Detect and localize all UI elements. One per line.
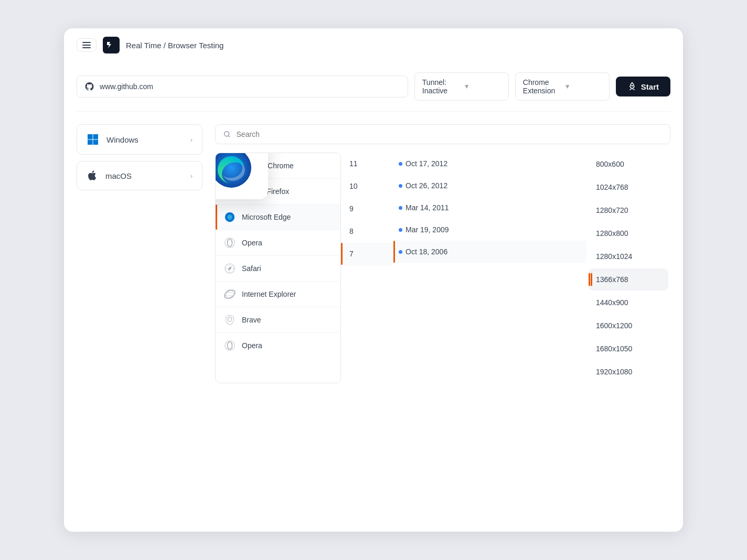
os-item-macos[interactable]: macOS › (77, 161, 202, 190)
resolution-1920x1080[interactable]: 1920x1080 (589, 361, 668, 383)
svg-point-19 (227, 239, 232, 247)
resolution-value: 1366x768 (596, 275, 628, 284)
version-num: 7 (349, 250, 354, 258)
version-num: 10 (349, 182, 358, 190)
svg-rect-7 (88, 140, 93, 145)
search-input[interactable] (237, 130, 663, 138)
versions-panel: 11 10 9 8 7 (341, 153, 670, 383)
browser-item-opera1[interactable]: Opera (216, 230, 340, 256)
ie-label: Internet Explorer (242, 290, 296, 298)
hamburger-button[interactable] (77, 38, 97, 52)
date-dot (399, 206, 402, 210)
browser-item-opera2[interactable]: Opera (216, 333, 340, 358)
resolution-1680x1050[interactable]: 1680x1050 (589, 338, 668, 360)
resolution-1024x768[interactable]: 1024x768 (589, 176, 668, 198)
opera-icon (224, 237, 236, 249)
browser-item-brave[interactable]: Brave (216, 307, 340, 333)
tunnel-label: Tunnel: Inactive (422, 78, 460, 95)
safari-label: Safari (242, 264, 261, 273)
brave-label: Brave (242, 316, 261, 324)
version-num: 9 (349, 204, 354, 213)
version-date-10[interactable]: Oct 26, 2012 (393, 175, 586, 197)
resolution-value: 1920x1080 (596, 368, 632, 376)
os-sidebar: Windows › macOS › (77, 124, 202, 383)
resolutions-panel: 800x600 1024x768 1280x720 1280x800 1280x (586, 153, 670, 383)
tunnel-chevron-icon: ▼ (464, 83, 501, 90)
version-numbers-col: 11 10 9 8 7 (341, 153, 393, 383)
date-dot (399, 250, 402, 254)
version-date-8[interactable]: Mar 19, 2009 (393, 219, 586, 241)
browsers-versions: Google Chrome 🦊 Mozilla Firefox (215, 153, 670, 383)
header-title: Real Time / Browser Testing (126, 41, 223, 50)
resolution-value: 800x600 (596, 160, 624, 168)
svg-point-30 (225, 341, 234, 350)
extension-chevron-icon: ▼ (564, 83, 602, 90)
svg-rect-2 (82, 47, 91, 48)
main-card: Real Time / Browser Testing Tunnel: Inac… (64, 28, 683, 532)
extension-select[interactable]: Chrome Extension ▼ (515, 72, 610, 101)
svg-point-18 (225, 238, 234, 247)
windows-label: Windows (106, 135, 183, 144)
url-input-wrap (77, 76, 408, 98)
version-date: Mar 14, 2011 (405, 203, 449, 212)
edge-label: Microsoft Edge (242, 213, 291, 221)
start-button[interactable]: Start (616, 77, 670, 96)
edge-icon (224, 211, 236, 223)
version-date-7[interactable]: Oct 18, 2006 (393, 241, 586, 263)
apple-icon (87, 170, 98, 181)
macos-chevron-icon: › (190, 172, 193, 180)
svg-point-9 (225, 132, 229, 136)
version-item-9[interactable]: 9 (341, 198, 393, 220)
resolution-value: 1680x1050 (596, 344, 632, 353)
date-dot (399, 228, 402, 232)
opera1-label: Opera (242, 239, 262, 247)
opera2-label: Opera (242, 341, 262, 350)
version-num: 11 (349, 159, 358, 168)
url-input[interactable] (100, 82, 400, 91)
edge-popup-icon (215, 153, 252, 189)
browser-list: Google Chrome 🦊 Mozilla Firefox (215, 153, 341, 383)
edge-popup (215, 153, 268, 199)
svg-rect-3 (103, 37, 120, 53)
browser-item-edge[interactable]: Microsoft Edge (216, 204, 340, 230)
browser-item-ie[interactable]: Internet Explorer (216, 282, 340, 307)
os-item-windows[interactable]: Windows › (77, 124, 202, 155)
version-item-7[interactable]: 7 (341, 243, 393, 265)
resolution-1280x1024[interactable]: 1280x1024 (589, 245, 668, 267)
resolution-value: 1440x900 (596, 298, 628, 307)
resolution-value: 1280x720 (596, 206, 628, 214)
resolution-800x600[interactable]: 800x600 (589, 153, 668, 175)
toolbar: Tunnel: Inactive ▼ Chrome Extension ▼ St… (64, 62, 683, 111)
version-date-11[interactable]: Oct 17, 2012 (393, 153, 586, 175)
version-dates-col: Oct 17, 2012 Oct 26, 2012 Mar 14, 2011 (393, 153, 586, 383)
windows-icon (87, 133, 99, 146)
svg-rect-0 (82, 42, 91, 43)
version-item-11[interactable]: 11 (341, 153, 393, 175)
tunnel-select[interactable]: Tunnel: Inactive ▼ (414, 72, 509, 101)
resolution-value: 1280x1024 (596, 252, 632, 261)
svg-rect-6 (93, 134, 99, 139)
resolution-1600x1200[interactable]: 1600x1200 (589, 315, 668, 337)
resolution-value: 1280x800 (596, 229, 628, 238)
opera2-icon (224, 340, 236, 351)
app-logo-icon (103, 37, 120, 53)
resolution-1280x800[interactable]: 1280x800 (589, 222, 668, 244)
version-item-10[interactable]: 10 (341, 175, 393, 198)
extension-label: Chrome Extension (523, 78, 560, 95)
version-date: Oct 18, 2006 (405, 247, 447, 256)
resolution-1280x720[interactable]: 1280x720 (589, 199, 668, 221)
resolution-1366x768[interactable]: 1366x768 (589, 268, 668, 290)
version-item-8[interactable]: 8 (341, 220, 393, 243)
resolution-1440x900[interactable]: 1440x900 (589, 292, 668, 314)
browser-item-safari[interactable]: Safari (216, 256, 340, 282)
svg-rect-8 (93, 140, 99, 145)
brave-icon (224, 314, 236, 326)
safari-icon (224, 263, 236, 274)
date-dot (399, 162, 402, 166)
version-date: Mar 19, 2009 (405, 225, 449, 234)
resolution-value: 1024x768 (596, 183, 628, 191)
rocket-icon (627, 82, 637, 91)
version-date-9[interactable]: Mar 14, 2011 (393, 197, 586, 219)
svg-point-4 (631, 85, 633, 87)
date-dot (399, 184, 402, 188)
